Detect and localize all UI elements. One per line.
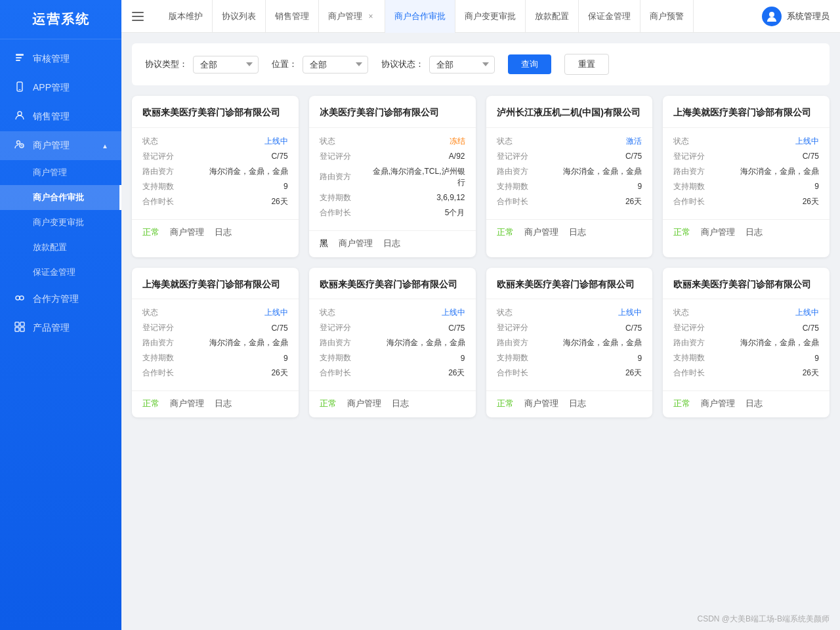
card-row-coop-2: 合作时长 26天: [497, 196, 642, 207]
card-footer-status-1[interactable]: 黑: [320, 238, 328, 249]
svg-point-6: [17, 141, 20, 144]
card-rating-label-3: 登记评分: [673, 151, 705, 162]
tab-protocol-list[interactable]: 协议列表: [213, 0, 266, 33]
card-coop-value-4: 26天: [271, 368, 287, 379]
filter-protocol-status-select[interactable]: 全部: [429, 56, 495, 74]
tab-guarantee-mgmt[interactable]: 保证金管理: [579, 0, 640, 33]
card-status-value-6: 上线中: [618, 307, 642, 318]
card-status-label-3: 状态: [673, 136, 689, 147]
tab-sales-mgmt[interactable]: 销售管理: [266, 0, 319, 33]
card-row-channel-7: 路由资方 海尔消金，金鼎，金鼎: [673, 337, 819, 348]
card-footer-btn1-6[interactable]: 商户管理: [524, 398, 558, 410]
card-row-status-5: 状态 上线中: [320, 307, 465, 318]
card-period-value-3: 9: [814, 182, 819, 191]
card-footer-status-2[interactable]: 正常: [497, 226, 514, 238]
card-coop-label-2: 合作时长: [497, 196, 528, 207]
card-footer-3: 正常 商户管理 日志: [663, 219, 830, 246]
user-menu[interactable]: 系统管理员: [762, 7, 830, 26]
card-footer-btn2-0[interactable]: 日志: [215, 226, 232, 238]
card-status-label-5: 状态: [320, 307, 335, 318]
card-coop-value-1: 5个月: [445, 207, 465, 219]
sidebar-sub-merchant-change-audit[interactable]: 商户变更审批: [0, 210, 121, 235]
card-footer-status-0[interactable]: 正常: [142, 226, 159, 238]
card-footer-btn2-7[interactable]: 日志: [746, 398, 763, 410]
card-row-period-6: 支持期数 9: [497, 352, 642, 364]
card-rating-label-5: 登记评分: [320, 322, 351, 333]
card-row-rating-7: 登记评分 C/75: [673, 322, 819, 333]
sidebar-logo: 运营系统: [0, 0, 121, 39]
card-footer-btn1-1[interactable]: 商户管理: [339, 238, 373, 249]
tab-merchant-mgmt[interactable]: 商户管理 ×: [319, 0, 385, 33]
filter-protocol-type-select[interactable]: 全部: [193, 56, 259, 74]
card-footer-btn1-0[interactable]: 商户管理: [170, 226, 204, 238]
card-status-label-0: 状态: [142, 136, 158, 147]
tab-merchant-alert[interactable]: 商户预警: [640, 0, 694, 33]
tab-merchant-mgmt-label: 商户管理: [328, 10, 362, 22]
card-footer-btn2-5[interactable]: 日志: [392, 398, 409, 410]
merchant-card: 欧丽来美医疗美容门诊部有限公司 状态 上线中 登记评分 C/75 路由资方 海尔…: [663, 268, 830, 418]
card-footer-status-3[interactable]: 正常: [673, 226, 690, 238]
tab-merchant-coop-audit[interactable]: 商户合作审批: [385, 0, 455, 33]
card-rating-value-7: C/75: [803, 324, 819, 333]
card-status-value-3: 上线中: [795, 136, 819, 147]
svg-rect-2: [16, 60, 20, 61]
reset-button[interactable]: 重置: [564, 54, 609, 75]
sidebar-item-partner[interactable]: 合作方管理: [0, 285, 121, 314]
card-footer-status-7[interactable]: 正常: [673, 398, 690, 410]
card-rating-label-2: 登记评分: [497, 151, 528, 162]
sidebar-sub-guarantee-mgmt[interactable]: 保证金管理: [0, 260, 121, 285]
tab-merchant-change-audit[interactable]: 商户变更审批: [455, 0, 526, 33]
merchant-icon: [13, 139, 26, 152]
card-footer-status-5[interactable]: 正常: [320, 398, 337, 410]
sidebar-sub-merchant-coop-audit[interactable]: 商户合作审批: [0, 185, 121, 210]
sidebar-item-product[interactable]: 产品管理: [0, 314, 121, 343]
sidebar-item-merchant-label: 商户管理: [33, 140, 70, 152]
card-footer-btn1-3[interactable]: 商户管理: [701, 226, 735, 238]
svg-point-8: [16, 296, 20, 300]
card-footer-status-4[interactable]: 正常: [142, 398, 159, 410]
card-row-rating-3: 登记评分 C/75: [673, 151, 819, 162]
card-row-coop-4: 合作时长 26天: [142, 368, 288, 379]
sidebar-item-audit[interactable]: 审核管理: [0, 45, 121, 74]
filter-location-select[interactable]: 全部: [303, 56, 368, 74]
card-footer-btn1-7[interactable]: 商户管理: [701, 398, 735, 410]
sidebar-item-merchant[interactable]: 商户管理 ▲: [0, 131, 121, 160]
sidebar-sub-payment-config[interactable]: 放款配置: [0, 235, 121, 260]
card-coop-label-0: 合作时长: [142, 196, 174, 207]
card-row-status-0: 状态 上线中: [142, 136, 288, 147]
card-footer-status-6[interactable]: 正常: [497, 398, 514, 410]
svg-rect-4: [19, 89, 21, 90]
card-coop-label-4: 合作时长: [142, 368, 174, 379]
card-footer-btn1-4[interactable]: 商户管理: [170, 398, 204, 410]
menu-toggle-button[interactable]: [132, 7, 152, 26]
tab-bar: 版本维护 协议列表 销售管理 商户管理 × 商户合作审批 商户变更审批 放款配置: [159, 0, 759, 33]
svg-rect-11: [20, 322, 24, 326]
card-body-0: 状态 上线中 登记评分 C/75 路由资方 海尔消金，金鼎，金鼎 支持期数 9 …: [132, 128, 299, 219]
card-footer-btn2-4[interactable]: 日志: [215, 398, 232, 410]
sidebar-sub-merchant-mgmt[interactable]: 商户管理: [0, 160, 121, 185]
sidebar-item-app[interactable]: APP管理: [0, 74, 121, 102]
tab-payment-config[interactable]: 放款配置: [526, 0, 579, 33]
sidebar-item-sales[interactable]: 销售管理: [0, 102, 121, 131]
card-body-6: 状态 上线中 登记评分 C/75 路由资方 海尔消金，金鼎，金鼎 支持期数 9 …: [486, 299, 653, 390]
user-name: 系统管理员: [787, 10, 830, 22]
card-footer-6: 正常 商户管理 日志: [486, 390, 653, 417]
query-button[interactable]: 查询: [508, 54, 551, 74]
card-row-period-4: 支持期数 9: [142, 352, 288, 364]
sidebar: 运营系统 审核管理 APP管理 销售管理 商户管理 ▲: [0, 0, 121, 630]
svg-rect-1: [16, 57, 22, 58]
card-row-period-5: 支持期数 9: [320, 352, 465, 364]
card-footer-btn2-1[interactable]: 日志: [383, 238, 400, 249]
card-footer-btn2-2[interactable]: 日志: [569, 226, 586, 238]
sidebar-item-product-label: 产品管理: [33, 322, 70, 334]
card-footer-btn1-5[interactable]: 商户管理: [347, 398, 381, 410]
card-footer-btn2-3[interactable]: 日志: [746, 226, 763, 238]
tab-version[interactable]: 版本维护: [159, 0, 213, 33]
card-row-status-2: 状态 激活: [497, 136, 642, 147]
card-row-rating-6: 登记评分 C/75: [497, 322, 642, 333]
tab-merchant-mgmt-close[interactable]: ×: [366, 12, 375, 21]
card-footer-btn2-6[interactable]: 日志: [569, 398, 586, 410]
card-period-value-6: 9: [638, 354, 642, 363]
card-footer-btn1-2[interactable]: 商户管理: [524, 226, 558, 238]
card-row-period-2: 支持期数 9: [497, 181, 642, 192]
